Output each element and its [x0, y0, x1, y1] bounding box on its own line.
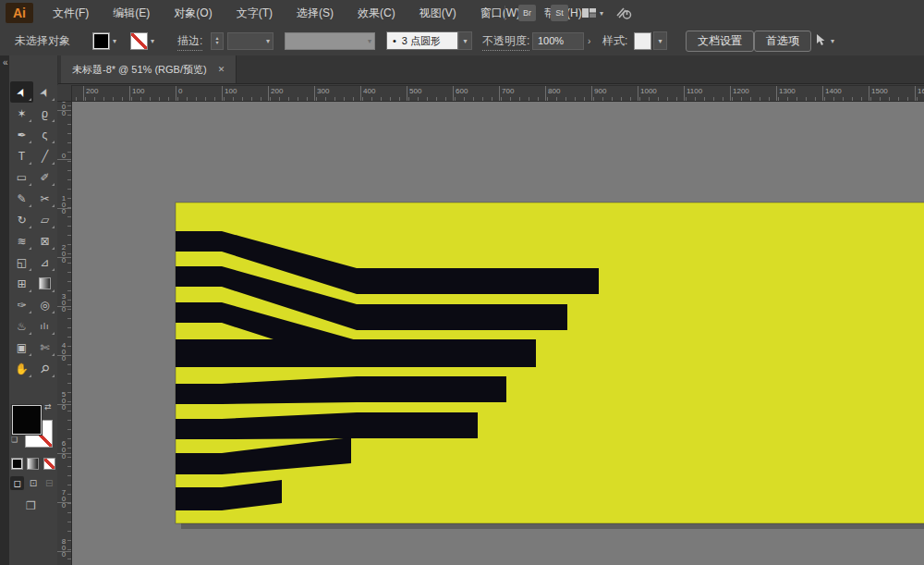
ruler-tick-major [776, 86, 777, 101]
style-swatch[interactable]: ▾ [634, 26, 667, 55]
line-segment-tool[interactable]: ╱ [33, 145, 56, 166]
ruler-tick [140, 97, 141, 101]
ruler-tick [334, 97, 335, 101]
ruler-tick-major [129, 86, 130, 101]
collapse-toolbar-button[interactable]: « [3, 57, 8, 68]
rectangle-tool[interactable]: ▭ [10, 166, 33, 188]
ruler-origin-corner[interactable] [57, 85, 72, 102]
opacity-label[interactable]: 不透明度: [482, 32, 529, 51]
paintbrush-tool[interactable]: ✐ [33, 166, 56, 188]
lasso-tool[interactable]: ϱ [33, 103, 56, 124]
arrange-documents-button[interactable]: ▾ [581, 6, 603, 19]
ruler-tick [492, 97, 492, 101]
color-button[interactable] [11, 458, 23, 470]
draw-inside-button[interactable]: ⊟ [43, 476, 56, 490]
stroke-color-swatch[interactable]: ▾ [130, 26, 154, 55]
mesh-tool[interactable]: ⊞ [10, 273, 33, 294]
menu-item-4[interactable]: 选择(S) [285, 1, 346, 26]
artwork-stripe[interactable] [176, 339, 536, 367]
menu-item-2[interactable]: 对象(O) [162, 1, 224, 26]
ruler-tick [602, 97, 603, 101]
stock-button[interactable]: St [551, 5, 568, 21]
document-tab[interactable]: 未标题-8* @ 51% (RGB/预览) ✕ [61, 55, 237, 83]
ruler-label: 900 [594, 87, 606, 95]
ruler-tick [316, 97, 317, 101]
ruler-tick [612, 97, 613, 101]
gradient-tool[interactable] [33, 273, 56, 294]
stroke-weight-stepper[interactable]: ▴ ▾ [211, 26, 224, 55]
scissors-tool[interactable]: ✂ [33, 188, 56, 209]
fill-indicator[interactable] [12, 405, 42, 435]
gradient-button[interactable] [27, 458, 39, 470]
ruler-tick-major [591, 86, 592, 101]
hand-tool[interactable]: ✋ [10, 358, 33, 379]
width-tool[interactable]: ≋ [10, 230, 33, 252]
opacity-field[interactable]: 100% › [532, 26, 590, 55]
ruler-label: 1200 [733, 87, 749, 95]
zoom-tool[interactable]: ⚲ [33, 358, 56, 379]
stroke-label[interactable]: 描边: [177, 32, 202, 51]
stepper-down-icon[interactable]: ▾ [215, 41, 218, 45]
perspective-grid-tool[interactable]: ⊿ [33, 252, 56, 273]
menu-bar-right: Br St ▾ [499, 0, 638, 26]
ruler-tick [732, 97, 733, 101]
artboard-tool[interactable]: ▣ [10, 337, 33, 358]
ruler-tick [501, 97, 502, 101]
blend-tool[interactable]: ◎ [33, 294, 56, 315]
opacity-menu-arrow-icon[interactable]: › [588, 36, 590, 46]
document-tab-title: 未标题-8* @ 51% (RGB/预览) [72, 63, 207, 77]
slice-tool[interactable]: ✄ [33, 337, 56, 358]
ruler-tick [251, 97, 252, 101]
stroke-weight-select[interactable]: ▾ [227, 26, 274, 55]
ruler-tick [695, 97, 696, 101]
curvature-tool[interactable]: ς [33, 124, 56, 145]
ruler-tick [307, 97, 308, 101]
puppet-warp-tool[interactable]: ⊠ [33, 230, 56, 252]
fill-color-swatch[interactable]: ▾ [92, 26, 116, 55]
pen-tool[interactable]: ✒ [10, 124, 33, 145]
type-tool[interactable]: T [10, 145, 33, 166]
arrange-documents-icon [581, 6, 597, 19]
share-button[interactable] [614, 5, 633, 21]
draw-normal-button[interactable]: ◻ [10, 476, 24, 490]
direct-selection-tool[interactable]: ➤ [33, 81, 56, 103]
chevron-down-icon: ▾ [653, 31, 667, 50]
canvas-pasteboard[interactable] [72, 102, 924, 565]
menu-item-6[interactable]: 视图(V) [407, 1, 468, 26]
close-icon[interactable]: ✕ [218, 65, 225, 74]
screen-mode-button[interactable]: ❐ [26, 499, 36, 512]
selection-tool[interactable]: ➤ [10, 81, 33, 103]
ruler-tick [103, 97, 104, 101]
vertical-ruler[interactable]: 1 0 001 0 02 0 03 0 04 0 05 0 06 0 07 0 … [57, 102, 72, 565]
ruler-tick [371, 97, 372, 101]
shaper-tool[interactable]: ✎ [10, 188, 33, 209]
select-similar-button[interactable]: ▾ [813, 26, 834, 55]
rotate-tool[interactable]: ↻ [10, 209, 33, 230]
magic-wand-tool[interactable]: ✶ [10, 103, 33, 124]
variable-width-profile-select[interactable]: ▾ [285, 26, 375, 55]
ruler-tick [769, 97, 770, 101]
document-setup-button[interactable]: 文档设置 [686, 26, 754, 55]
menu-item-3[interactable]: 文字(T) [225, 1, 285, 26]
menu-item-1[interactable]: 编辑(E) [101, 1, 162, 26]
swap-fill-stroke-icon[interactable]: ⇄ [44, 402, 52, 411]
ruler-tick [261, 97, 261, 101]
menu-item-0[interactable]: 文件(F) [41, 1, 101, 26]
none-button[interactable] [43, 458, 55, 470]
type-icon: T [18, 150, 25, 163]
eyedropper-tool[interactable]: ✑ [10, 294, 33, 315]
preferences-button[interactable]: 首选项 [754, 26, 811, 55]
shape-builder-tool[interactable]: ◱ [10, 252, 33, 273]
artboard-canvas[interactable] [72, 102, 924, 565]
menu-item-5[interactable]: 效果(C) [346, 1, 407, 26]
paintbrush-icon: ✐ [40, 171, 49, 184]
column-graph-tool[interactable]: ılı [33, 315, 56, 337]
draw-behind-button[interactable]: ⊡ [26, 476, 40, 490]
free-transform-tool[interactable]: ▱ [33, 209, 56, 230]
ruler-label: 1300 [779, 87, 796, 95]
symbol-sprayer-tool[interactable]: ♨ [10, 315, 33, 337]
horizontal-ruler[interactable]: 2001000100200300400500600700800900100011… [72, 85, 924, 102]
bridge-button[interactable]: Br [518, 5, 536, 21]
brush-definition-select[interactable]: • 3 点圆形 ▾ [386, 26, 472, 55]
default-fill-stroke-icon[interactable]: ❏ [11, 436, 18, 444]
